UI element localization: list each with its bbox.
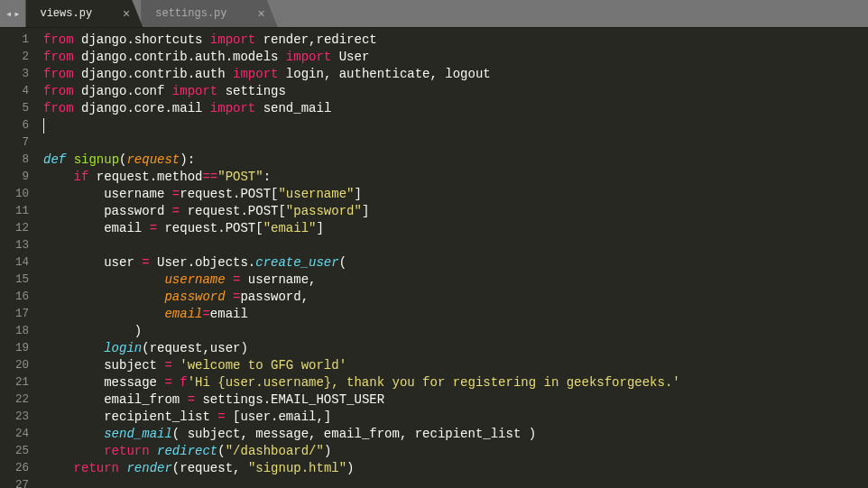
editor: 1234567891011121314151617181920212223242… — [0, 27, 868, 488]
line-number: 1 — [0, 32, 29, 49]
code-line: email_from = settings.EMAIL_HOST_USER — [43, 391, 680, 409]
code-line: user = User.objects.create_user( — [43, 254, 680, 272]
code-line — [43, 477, 680, 488]
line-number: 25 — [0, 443, 29, 460]
tab-nav-right-icon[interactable]: ▸ — [14, 7, 20, 21]
line-number: 16 — [0, 289, 29, 306]
line-number: 10 — [0, 186, 29, 203]
code-line: from django.contrib.auth.models import U… — [43, 49, 680, 66]
code-line: password = request.POST["password"] — [43, 203, 680, 220]
code-line: return render(request, "signup.html") — [43, 460, 680, 477]
tab-views-py[interactable]: views.py × — [25, 0, 143, 27]
close-icon[interactable]: × — [257, 6, 264, 21]
tab-nav-arrows: ◂ ▸ — [0, 0, 25, 27]
line-number: 20 — [0, 357, 29, 374]
code-line: username = username, — [43, 272, 680, 289]
line-number: 22 — [0, 391, 29, 409]
line-number: 27 — [0, 477, 29, 488]
tab-settings-py[interactable]: settings.py × — [141, 0, 277, 27]
line-number: 13 — [0, 237, 29, 254]
tab-bar: ◂ ▸ views.py × settings.py × — [0, 0, 868, 27]
line-number: 15 — [0, 272, 29, 289]
code-line — [43, 237, 680, 254]
line-number: 24 — [0, 426, 29, 443]
code-line — [43, 117, 680, 134]
code-line: if request.method=="POST": — [43, 169, 680, 186]
code-line: email = request.POST["email"] — [43, 220, 680, 237]
line-number: 2 — [0, 49, 29, 66]
code-line: ) — [43, 323, 680, 340]
code-line: from django.shortcuts import render,redi… — [43, 32, 680, 49]
line-number: 11 — [0, 203, 29, 220]
close-icon[interactable]: × — [123, 6, 130, 21]
tab-nav-left-icon[interactable]: ◂ — [5, 7, 12, 21]
tab-label: settings.py — [155, 7, 226, 20]
line-number: 19 — [0, 340, 29, 357]
line-number: 5 — [0, 100, 29, 117]
code-line: login(request,user) — [43, 340, 680, 357]
line-number: 23 — [0, 409, 29, 426]
line-number: 4 — [0, 83, 29, 100]
line-number: 6 — [0, 117, 29, 134]
line-number: 12 — [0, 220, 29, 237]
code-area[interactable]: from django.shortcuts import render,redi… — [38, 28, 680, 488]
line-number: 21 — [0, 374, 29, 391]
code-line: send_mail( subject, message, email_from,… — [43, 426, 680, 443]
text-cursor — [43, 118, 44, 134]
line-number: 7 — [0, 134, 29, 152]
tabs-container: views.py × settings.py × — [25, 0, 275, 27]
code-line: email=email — [43, 306, 680, 323]
code-line: recipient_list = [user.email,] — [43, 409, 680, 426]
code-line: password =password, — [43, 289, 680, 306]
line-number: 17 — [0, 306, 29, 323]
code-line: return redirect("/dashboard/") — [43, 443, 680, 460]
code-line: subject = 'welcome to GFG world' — [43, 357, 680, 374]
line-number: 3 — [0, 66, 29, 83]
line-number: 26 — [0, 460, 29, 477]
code-line: def signup(request): — [43, 152, 680, 169]
code-line: message = f'Hi {user.username}, thank yo… — [43, 374, 680, 391]
line-number: 9 — [0, 169, 29, 186]
code-line: from django.contrib.auth import login, a… — [43, 66, 680, 83]
line-number: 18 — [0, 323, 29, 340]
line-number: 14 — [0, 254, 29, 272]
line-number: 8 — [0, 152, 29, 169]
code-line: from django.core.mail import send_mail — [43, 100, 680, 117]
code-line — [43, 134, 680, 152]
code-line: from django.conf import settings — [43, 83, 680, 100]
gutter: 1234567891011121314151617181920212223242… — [0, 28, 38, 488]
tab-label: views.py — [40, 7, 92, 20]
code-line: username =request.POST["username"] — [43, 186, 680, 203]
